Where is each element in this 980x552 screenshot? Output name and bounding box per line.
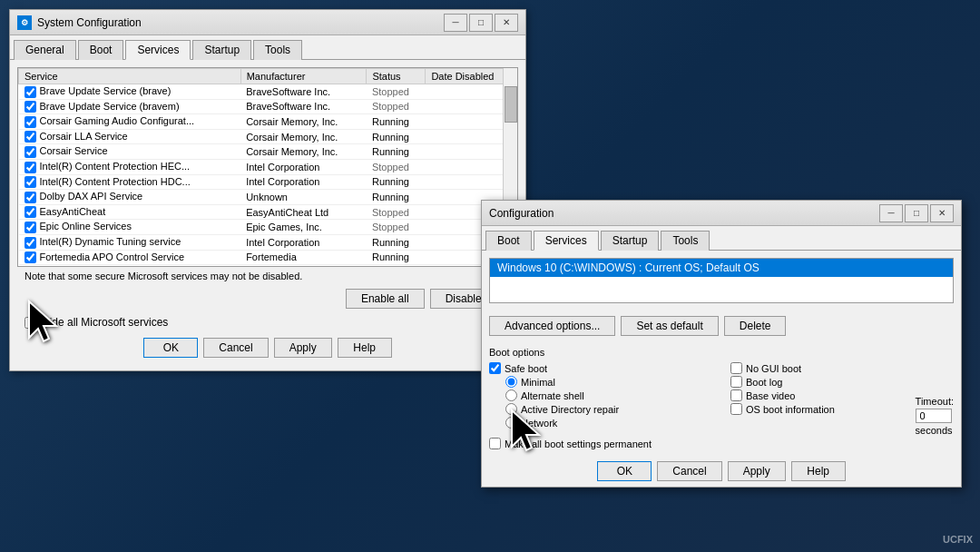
services-table-container: Service Manufacturer Status Date Disable… xyxy=(17,67,518,267)
service-checkbox[interactable] xyxy=(24,176,36,188)
tab-services[interactable]: Services xyxy=(125,40,191,60)
os-entry[interactable]: Windows 10 (C:\WINDOWS) : Current OS; De… xyxy=(490,259,953,277)
minimal-radio[interactable] xyxy=(505,376,517,388)
service-checkbox[interactable] xyxy=(24,222,36,233)
safe-boot-row: Safe boot xyxy=(489,361,712,375)
boot-tab-tools[interactable]: Tools xyxy=(661,231,710,251)
hide-ms-checkbox[interactable] xyxy=(24,317,36,329)
close-button[interactable]: ✕ xyxy=(495,14,518,32)
status-cell: Running xyxy=(367,190,426,205)
base-video-label: Base video xyxy=(746,390,795,401)
title-bar-buttons: ─ □ ✕ xyxy=(444,14,518,32)
timeout-area: Timeout: seconds xyxy=(916,396,954,436)
service-name: Intel(R) Content Protection HEC... xyxy=(40,161,191,172)
service-cell: EasyAntiCheat xyxy=(19,204,241,220)
service-name: Brave Update Service (brave) xyxy=(40,85,172,96)
service-checkbox[interactable] xyxy=(24,251,36,263)
service-checkbox[interactable] xyxy=(24,116,36,128)
service-checkbox[interactable] xyxy=(24,192,36,203)
tab-startup[interactable]: Startup xyxy=(192,40,251,60)
boot-close-button[interactable]: ✕ xyxy=(930,204,954,222)
base-video-checkbox[interactable] xyxy=(730,389,742,401)
minimize-button[interactable]: ─ xyxy=(444,14,467,32)
table-row: Intel(R) Dynamic Tuning serviceIntel Cor… xyxy=(19,234,517,250)
service-name: Corsair Gaming Audio Configurat... xyxy=(40,115,195,126)
service-cell: Intel(R) Dynamic Tuning service xyxy=(19,234,241,250)
boot-main-buttons: OK Cancel Apply Help xyxy=(482,456,961,487)
scrollbar-thumb[interactable] xyxy=(505,86,517,123)
service-checkbox[interactable] xyxy=(24,146,36,158)
service-cell: Corsair Service xyxy=(19,144,241,160)
service-checkbox[interactable] xyxy=(24,206,36,218)
service-name: Fortemedia APO Control Service xyxy=(40,251,185,262)
table-row: Dolby DAX API ServiceUnknownRunning xyxy=(19,190,517,205)
manufacturer-cell: Corsair Memory, Inc. xyxy=(240,144,367,160)
table-row: Epic Online ServicesEpic Games, Inc.Stop… xyxy=(19,220,517,235)
tab-boot[interactable]: Boot xyxy=(78,40,124,60)
col-service[interactable]: Service xyxy=(19,69,241,84)
hide-ms-row: Hide all Microsoft services xyxy=(17,312,518,332)
network-radio[interactable] xyxy=(505,417,517,429)
no-gui-checkbox[interactable] xyxy=(730,362,742,374)
apply-button[interactable]: Apply xyxy=(274,338,332,358)
table-row: EasyAntiCheatEasyAntiCheat LtdStopped xyxy=(19,204,517,220)
boot-log-checkbox[interactable] xyxy=(730,376,742,388)
boot-help-button[interactable]: Help xyxy=(791,461,846,481)
enable-all-button[interactable]: Enable all xyxy=(346,289,425,309)
timeout-label: Timeout: xyxy=(916,396,954,407)
alt-shell-radio[interactable] xyxy=(505,389,517,401)
active-dir-radio[interactable] xyxy=(505,403,517,415)
service-checkbox[interactable] xyxy=(24,237,36,249)
ok-button[interactable]: OK xyxy=(143,338,198,358)
seconds-label: seconds xyxy=(916,425,954,436)
delete-button[interactable]: Delete xyxy=(724,316,787,336)
watermark: UCFIX xyxy=(943,534,973,545)
service-checkbox[interactable] xyxy=(24,86,36,98)
boot-minimize-button[interactable]: ─ xyxy=(879,204,903,222)
status-cell: Running xyxy=(367,174,426,190)
service-checkbox[interactable] xyxy=(24,162,36,173)
tab-tools[interactable]: Tools xyxy=(253,40,302,60)
table-row: Fortemedia APO Control ServiceFortemedia… xyxy=(19,250,517,265)
os-boot-label: OS boot information xyxy=(746,404,835,415)
status-cell: Stopped xyxy=(367,84,426,100)
advanced-options-button[interactable]: Advanced options... xyxy=(489,316,615,336)
table-row: Corsair LLA ServiceCorsair Memory, Inc.R… xyxy=(19,129,517,144)
service-name: Intel(R) Dynamic Tuning service xyxy=(40,236,181,247)
service-cell: Fortemedia APO Control Service xyxy=(19,250,241,265)
make-perm-row: Make all boot settings permanent xyxy=(489,437,954,450)
boot-tab-boot[interactable]: Boot xyxy=(485,231,532,251)
cancel-button[interactable]: Cancel xyxy=(203,338,268,358)
enable-disable-buttons: Enable all Disable all xyxy=(17,285,518,312)
boot-window-title: Configuration xyxy=(489,207,879,220)
service-cell: Brave Update Service (brave) xyxy=(19,84,241,100)
timeout-input[interactable] xyxy=(916,409,952,423)
set-default-button[interactable]: Set as default xyxy=(621,316,718,336)
boot-maximize-button[interactable]: □ xyxy=(905,204,928,222)
os-boot-checkbox[interactable] xyxy=(730,403,742,415)
manufacturer-cell: BraveSoftware Inc. xyxy=(240,99,367,114)
service-checkbox[interactable] xyxy=(24,131,36,143)
service-name: EasyAntiCheat xyxy=(40,206,106,217)
table-row: Corsair ServiceCorsair Memory, Inc.Runni… xyxy=(19,144,517,160)
boot-apply-button[interactable]: Apply xyxy=(728,461,786,481)
make-perm-checkbox[interactable] xyxy=(489,438,501,449)
maximize-button[interactable]: □ xyxy=(469,14,493,32)
status-cell: Running xyxy=(367,234,426,250)
help-button[interactable]: Help xyxy=(338,338,392,358)
hide-ms-label: Hide all Microsoft services xyxy=(42,316,168,329)
manufacturer-cell: Unknown xyxy=(240,190,367,205)
safe-boot-checkbox[interactable] xyxy=(489,362,501,374)
boot-ok-button[interactable]: OK xyxy=(597,461,652,481)
service-checkbox[interactable] xyxy=(24,101,36,113)
active-dir-label: Active Directory repair xyxy=(521,404,619,415)
tab-general[interactable]: General xyxy=(14,40,76,60)
col-manufacturer[interactable]: Manufacturer xyxy=(240,69,367,84)
boot-cancel-button[interactable]: Cancel xyxy=(657,461,721,481)
col-status[interactable]: Status xyxy=(367,69,426,84)
boot-tab-services[interactable]: Services xyxy=(534,231,599,251)
manufacturer-cell: EasyAntiCheat Ltd xyxy=(240,204,367,220)
manufacturer-cell: BraveSoftware Inc. xyxy=(240,84,367,100)
boot-tab-startup[interactable]: Startup xyxy=(601,231,660,251)
safe-boot-label: Safe boot xyxy=(505,363,547,374)
